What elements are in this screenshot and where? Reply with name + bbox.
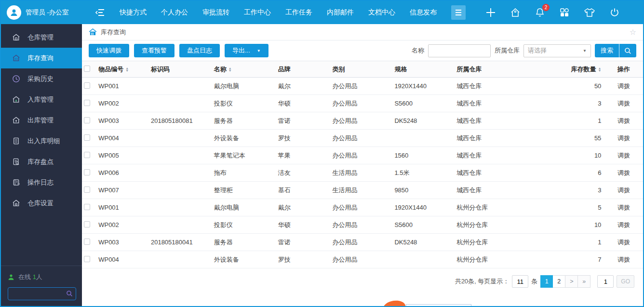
sidebar-item-warehouse-settings[interactable]: 仓库设置 — [1, 193, 82, 214]
row-checkbox[interactable] — [84, 152, 90, 158]
select-all-checkbox[interactable] — [84, 66, 90, 72]
nav-item-work-center[interactable]: 工作中心 — [244, 8, 271, 17]
col-name[interactable]: 名称▲▼ — [212, 61, 276, 78]
cell-item-code: WP003 — [96, 234, 149, 251]
app-window: 管理员 -办公室 快捷方式 个人办公 审批流转 工作中心 工作任务 内部邮件 文… — [0, 0, 644, 307]
transfer-link[interactable]: 调拨 — [617, 82, 630, 90]
apps-grid-icon[interactable] — [559, 7, 570, 18]
nav-item-info-publish[interactable]: 信息发布 — [410, 8, 437, 17]
transfer-link[interactable]: 调拨 — [617, 239, 630, 246]
row-checkbox[interactable] — [84, 100, 90, 106]
sidebar-item-warehouse-mgmt[interactable]: 仓库管理 — [1, 27, 82, 48]
transfer-link[interactable]: 调拨 — [617, 117, 630, 124]
row-checkbox[interactable] — [84, 134, 90, 141]
page-button-1[interactable]: 1 — [540, 275, 553, 288]
stocktake-log-button[interactable]: 盘点日志 — [179, 44, 220, 57]
transfer-link[interactable]: 调拨 — [617, 100, 630, 107]
online-label: 在线 — [18, 273, 31, 280]
online-status: 在线 1人 — [8, 273, 76, 281]
transfer-link[interactable]: 调拨 — [617, 256, 630, 263]
sidebar-item-purchase-history[interactable]: 采购历史 — [1, 68, 82, 89]
page-title: 库存查询 — [101, 28, 626, 37]
export-button[interactable]: 导出... ▼ — [225, 44, 268, 57]
cell-action: 调拨 — [604, 251, 643, 268]
row-checkbox[interactable] — [84, 187, 90, 193]
collapse-menu-icon[interactable] — [95, 9, 105, 16]
search-button[interactable]: 搜索 — [595, 44, 636, 57]
table-row: WP001戴尔电脑戴尔办公用品1920X1440城西仓库50调拨 — [82, 78, 643, 95]
view-warning-button[interactable]: 查看预警 — [134, 44, 174, 57]
sidebar-item-inventory-query[interactable]: 库存查询 — [1, 48, 82, 68]
cell-item-code: WP003 — [96, 112, 149, 130]
name-filter-input[interactable] — [428, 44, 491, 57]
sidebar-item-label: 出库管理 — [27, 116, 54, 125]
row-checkbox[interactable] — [84, 204, 90, 210]
nav-item-personal-office[interactable]: 个人办公 — [161, 8, 188, 17]
logout-power-icon[interactable] — [609, 7, 620, 18]
row-checkbox[interactable] — [84, 82, 90, 89]
transfer-link[interactable]: 调拨 — [617, 134, 630, 142]
cell-item-code: WP004 — [96, 130, 149, 147]
cell-category: 办公用品 — [331, 199, 393, 216]
warehouse-select[interactable]: 请选择 ▼ — [523, 44, 591, 57]
goto-page-input[interactable] — [597, 275, 614, 288]
sidebar-item-inbound-mgmt[interactable]: 入库管理 — [1, 89, 82, 110]
row-checkbox[interactable] — [84, 221, 90, 227]
nav-item-approval-flow[interactable]: 审批流转 — [202, 8, 229, 17]
theme-shirt-icon[interactable] — [584, 7, 595, 18]
add-icon[interactable] — [485, 7, 496, 18]
row-checkbox[interactable] — [84, 117, 90, 123]
online-user-icon — [8, 274, 14, 280]
sidebar-item-stocktake[interactable]: 库存盘点 — [1, 151, 82, 172]
col-brand: 品牌 — [276, 61, 331, 78]
sidebar-footer: 在线 1人 — [1, 266, 82, 306]
row-checkbox[interactable] — [84, 256, 90, 262]
sidebar-item-operation-log[interactable]: 操作日志 — [1, 172, 82, 193]
cell-spec: 1560 — [392, 147, 455, 164]
transfer-link[interactable]: 调拨 — [617, 187, 630, 194]
nav-item-document-center[interactable]: 文档中心 — [368, 8, 395, 17]
home-icon[interactable] — [510, 7, 521, 18]
favorite-star-icon[interactable]: ☆ — [630, 27, 636, 37]
row-checkbox[interactable] — [84, 169, 90, 175]
transfer-link[interactable]: 调拨 — [617, 204, 630, 211]
cell-tag-code — [149, 147, 212, 164]
cell-brand: 雷诺 — [276, 112, 331, 130]
page-size-input[interactable] — [512, 275, 528, 288]
sort-icon[interactable]: ▲▼ — [598, 67, 601, 72]
col-item-code[interactable]: 物品编号▲▼ — [96, 61, 149, 78]
nav-item-internal-mail[interactable]: 内部邮件 — [327, 8, 354, 17]
nav-item-work-tasks[interactable]: 工作任务 — [285, 8, 312, 17]
sort-icon[interactable]: ▲▼ — [125, 67, 129, 72]
col-stock-qty[interactable]: 库存数量▲▼ — [551, 61, 604, 78]
transfer-link[interactable]: 调拨 — [617, 152, 630, 159]
page-buttons: 1 2 > » — [540, 275, 590, 288]
sidebar-item-outbound-mgmt[interactable]: 出库管理 — [1, 110, 82, 131]
next-page-button[interactable]: > — [565, 275, 578, 288]
page-button-2[interactable]: 2 — [553, 275, 565, 288]
main-nav: 快捷方式 个人办公 审批流转 工作中心 工作任务 内部邮件 文档中心 信息发布 — [82, 5, 485, 20]
row-checkbox[interactable] — [84, 239, 90, 245]
sort-icon[interactable]: ▲▼ — [228, 67, 232, 72]
cell-brand: 洁友 — [276, 164, 331, 182]
transfer-link[interactable]: 调拨 — [617, 221, 630, 228]
transfer-link[interactable]: 调拨 — [617, 169, 630, 176]
last-page-button[interactable]: » — [578, 275, 590, 288]
menu-toggle-button[interactable] — [451, 5, 466, 20]
table-row: WP005苹果笔记本苹果办公用品1560城西仓库10调拨 — [82, 147, 643, 164]
sidebar-item-inout-detail[interactable]: 出入库明细 — [1, 131, 82, 151]
cell-stock-qty: 6 — [551, 164, 604, 182]
user-area[interactable]: 管理员 -办公室 — [1, 5, 82, 20]
col-spec: 规格 — [392, 61, 455, 78]
go-button[interactable]: GO — [617, 275, 634, 288]
sidebar-search-icon[interactable] — [66, 290, 73, 299]
nav-item-shortcuts[interactable]: 快捷方式 — [120, 8, 147, 17]
cell-brand: 戴尔 — [276, 199, 331, 216]
cell-name: 服务器 — [212, 112, 276, 130]
export-label: 导出... — [232, 46, 250, 55]
sidebar-item-label: 出入库明细 — [27, 137, 60, 146]
cell-warehouse: 城西仓库 — [455, 112, 550, 130]
notification-bell-icon[interactable]: 2 — [535, 7, 545, 18]
filter-area: 名称 所属仓库 请选择 ▼ 搜索 — [412, 44, 636, 57]
quick-transfer-button[interactable]: 快速调拨 — [89, 44, 129, 57]
